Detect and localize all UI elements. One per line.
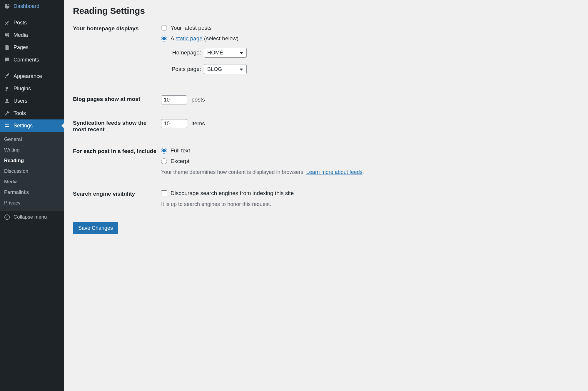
submenu-item-media[interactable]: Media: [0, 177, 64, 187]
radio-latest-posts-input[interactable]: [161, 25, 167, 31]
admin-sidebar: Dashboard Posts Media Pages Comments App…: [0, 0, 64, 391]
pages-icon: [4, 44, 11, 51]
sidebar-item-posts[interactable]: Posts: [0, 16, 64, 29]
sidebar-item-label: Appearance: [14, 73, 42, 79]
media-icon: [4, 32, 11, 38]
sidebar-item-label: Tools: [14, 110, 26, 117]
main-content: Reading Settings Your homepage displays …: [64, 0, 588, 391]
label-search-visibility: Search engine visibility: [73, 190, 161, 197]
pin-icon: [4, 19, 11, 26]
user-icon: [4, 98, 11, 104]
radio-excerpt-label: Excerpt: [171, 158, 189, 164]
radio-latest-posts[interactable]: Your latest posts: [161, 25, 579, 31]
settings-submenu: General Writing Reading Discussion Media…: [0, 132, 64, 211]
sidebar-item-label: Pages: [14, 44, 29, 51]
sidebar-item-media[interactable]: Media: [0, 29, 64, 41]
postspage-select-label: Posts page:: [168, 66, 204, 72]
postspage-select[interactable]: BLOG: [204, 64, 247, 74]
search-visibility-help: It is up to search engines to honor this…: [161, 201, 579, 207]
label-homepage-displays: Your homepage displays: [73, 25, 161, 32]
radio-static-page-label: A static page (select below): [171, 35, 238, 42]
wrench-icon: [4, 110, 11, 117]
radio-full-text-label: Full text: [171, 147, 190, 154]
sidebar-item-pages[interactable]: Pages: [0, 41, 64, 54]
radio-static-page-input[interactable]: [161, 36, 167, 41]
radio-full-text-input[interactable]: [161, 148, 167, 154]
row-homepage-displays: Your homepage displays Your latest posts…: [73, 25, 579, 81]
sidebar-item-appearance[interactable]: Appearance: [0, 70, 64, 82]
label-feed-include: For each post in a feed, include: [73, 147, 161, 154]
sidebar-item-label: Plugins: [14, 86, 31, 92]
sidebar-item-users[interactable]: Users: [0, 95, 64, 107]
submenu-item-writing[interactable]: Writing: [0, 145, 64, 155]
syndication-unit: items: [191, 120, 205, 127]
sidebar-item-label: Dashboard: [14, 3, 39, 9]
blog-pages-input[interactable]: [161, 95, 187, 104]
save-button[interactable]: Save Changes: [73, 222, 118, 234]
checkbox-discourage-label: Discourage search engines from indexing …: [171, 190, 294, 197]
sidebar-item-label: Comments: [14, 57, 39, 63]
feed-help-text: Your theme determines how content is dis…: [161, 169, 579, 175]
homepage-select-label: Homepage:: [168, 49, 204, 56]
row-search-visibility: Search engine visibility Discourage sear…: [73, 190, 579, 207]
blog-pages-unit: posts: [191, 96, 205, 103]
submenu-item-privacy[interactable]: Privacy: [0, 198, 64, 208]
homepage-select[interactable]: HOME: [204, 48, 247, 58]
page-title: Reading Settings: [73, 6, 579, 16]
plug-icon: [4, 85, 11, 92]
row-blog-pages: Blog pages show at most posts: [73, 95, 579, 104]
sidebar-item-comments[interactable]: Comments: [0, 54, 64, 66]
radio-static-page[interactable]: A static page (select below): [161, 35, 579, 42]
sidebar-item-settings[interactable]: Settings: [0, 119, 64, 132]
checkbox-discourage-input[interactable]: [161, 190, 167, 196]
sidebar-item-plugins[interactable]: Plugins: [0, 82, 64, 95]
radio-excerpt-input[interactable]: [161, 158, 167, 164]
submenu-item-permalinks[interactable]: Permalinks: [0, 187, 64, 198]
static-page-link[interactable]: static page: [176, 35, 203, 41]
checkbox-discourage[interactable]: Discourage search engines from indexing …: [161, 190, 579, 197]
sliders-icon: [4, 122, 11, 129]
label-blog-pages: Blog pages show at most: [73, 95, 161, 102]
sidebar-item-label: Users: [14, 98, 27, 104]
submenu-item-reading[interactable]: Reading: [0, 155, 64, 166]
dashboard-icon: [4, 3, 11, 9]
row-syndication: Syndication feeds show the most recent i…: [73, 119, 579, 133]
radio-excerpt[interactable]: Excerpt: [161, 158, 579, 164]
sidebar-item-label: Media: [14, 32, 28, 38]
row-feed-include: For each post in a feed, include Full te…: [73, 147, 579, 175]
sidebar-item-tools[interactable]: Tools: [0, 107, 64, 119]
label-syndication: Syndication feeds show the most recent: [73, 119, 161, 133]
collapse-label: Collapse menu: [14, 214, 47, 220]
submenu-item-discussion[interactable]: Discussion: [0, 166, 64, 177]
syndication-input[interactable]: [161, 119, 187, 128]
radio-full-text[interactable]: Full text: [161, 147, 579, 154]
collapse-icon: [4, 214, 11, 220]
submenu-item-general[interactable]: General: [0, 134, 64, 145]
sidebar-item-label: Settings: [14, 123, 33, 129]
learn-more-feeds-link[interactable]: Learn more about feeds: [306, 169, 363, 175]
sidebar-item-dashboard[interactable]: Dashboard: [0, 0, 64, 12]
sidebar-item-label: Posts: [14, 20, 27, 26]
collapse-menu-button[interactable]: Collapse menu: [0, 211, 64, 223]
comment-icon: [4, 56, 11, 63]
radio-latest-posts-label: Your latest posts: [171, 25, 212, 31]
brush-icon: [4, 73, 11, 79]
